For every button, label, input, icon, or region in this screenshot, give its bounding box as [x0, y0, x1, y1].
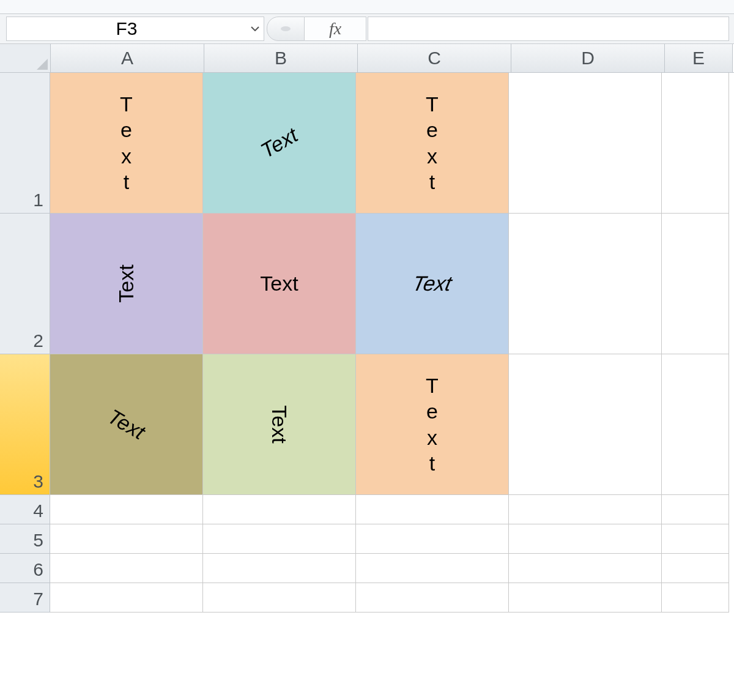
insert-function-button[interactable]: fx — [305, 17, 366, 41]
cell-content: Text — [120, 91, 133, 195]
cell-a1[interactable]: Text — [50, 73, 203, 214]
cancel-enter-pill — [267, 17, 305, 41]
cell-c3[interactable]: Text — [356, 354, 509, 495]
row-7: 7 — [0, 583, 734, 612]
cell-c6[interactable] — [356, 554, 509, 583]
formula-input[interactable] — [368, 17, 729, 41]
row-header-1[interactable]: 1 — [0, 73, 50, 214]
name-box[interactable]: F3 — [6, 17, 264, 41]
cell-a5[interactable] — [50, 524, 203, 554]
cell-a2[interactable]: Text — [50, 214, 203, 354]
cell-e4[interactable] — [662, 495, 729, 524]
column-header-b[interactable]: B — [204, 44, 358, 72]
svg-point-0 — [281, 26, 291, 31]
row-header-6[interactable]: 6 — [0, 554, 50, 583]
cell-d1[interactable] — [509, 73, 662, 214]
ribbon-edge — [0, 0, 734, 14]
cell-content: Text — [410, 272, 454, 296]
grid-rows: 1TextTextText2TextTextText3TextTextText4… — [0, 73, 734, 612]
row-header-7[interactable]: 7 — [0, 583, 50, 612]
column-headers: ABCDE — [0, 44, 734, 73]
cell-b5[interactable] — [203, 524, 356, 554]
cell-a3[interactable]: Text — [50, 354, 203, 495]
cell-content: Text — [103, 404, 149, 444]
cell-d3[interactable] — [509, 354, 662, 495]
cell-c1[interactable]: Text — [356, 73, 509, 214]
cell-e6[interactable] — [662, 554, 729, 583]
fx-icon: fx — [329, 19, 341, 39]
row-header-2[interactable]: 2 — [0, 214, 50, 354]
cell-content: Text — [426, 91, 439, 195]
row-6: 6 — [0, 554, 734, 583]
column-header-c[interactable]: C — [358, 44, 511, 72]
cell-e2[interactable] — [662, 214, 729, 354]
row-header-3[interactable]: 3 — [0, 354, 50, 495]
cell-c2[interactable]: Text — [356, 214, 509, 354]
cell-c7[interactable] — [356, 583, 509, 612]
cell-content: Text — [114, 264, 138, 302]
row-5: 5 — [0, 524, 734, 554]
cell-b7[interactable] — [203, 583, 356, 612]
name-box-dropdown-icon[interactable] — [247, 26, 264, 31]
column-header-e[interactable]: E — [665, 44, 733, 72]
cell-d7[interactable] — [509, 583, 662, 612]
cell-e7[interactable] — [662, 583, 729, 612]
cell-d6[interactable] — [509, 554, 662, 583]
cell-b1[interactable]: Text — [203, 73, 356, 214]
cell-e5[interactable] — [662, 524, 729, 554]
row-header-5[interactable]: 5 — [0, 524, 50, 554]
cell-e3[interactable] — [662, 354, 729, 495]
row-3: 3TextTextText — [0, 354, 734, 495]
cell-e1[interactable] — [662, 73, 729, 214]
spreadsheet-grid: ABCDE 1TextTextText2TextTextText3TextTex… — [0, 44, 734, 612]
cell-b4[interactable] — [203, 495, 356, 524]
cell-content: Text — [260, 272, 298, 296]
cell-b6[interactable] — [203, 554, 356, 583]
cell-d2[interactable] — [509, 214, 662, 354]
column-header-a[interactable]: A — [51, 44, 204, 72]
cell-d5[interactable] — [509, 524, 662, 554]
cell-d4[interactable] — [509, 495, 662, 524]
name-box-value[interactable]: F3 — [7, 17, 247, 40]
cell-a4[interactable] — [50, 495, 203, 524]
cell-content: Text — [256, 123, 302, 163]
row-header-4[interactable]: 4 — [0, 495, 50, 524]
select-all-corner[interactable] — [0, 44, 51, 72]
row-4: 4 — [0, 495, 734, 524]
formula-bar-buttons: fx — [267, 17, 366, 41]
cell-b2[interactable]: Text — [203, 214, 356, 354]
cell-b3[interactable]: Text — [203, 354, 356, 495]
cell-content: Text — [426, 373, 439, 477]
row-2: 2TextTextText — [0, 214, 734, 354]
formula-bar: F3 fx — [0, 14, 734, 44]
cell-c4[interactable] — [356, 495, 509, 524]
cell-content: Text — [267, 405, 291, 443]
row-1: 1TextTextText — [0, 73, 734, 214]
column-header-d[interactable]: D — [511, 44, 665, 72]
cell-c5[interactable] — [356, 524, 509, 554]
cell-a7[interactable] — [50, 583, 203, 612]
cell-a6[interactable] — [50, 554, 203, 583]
